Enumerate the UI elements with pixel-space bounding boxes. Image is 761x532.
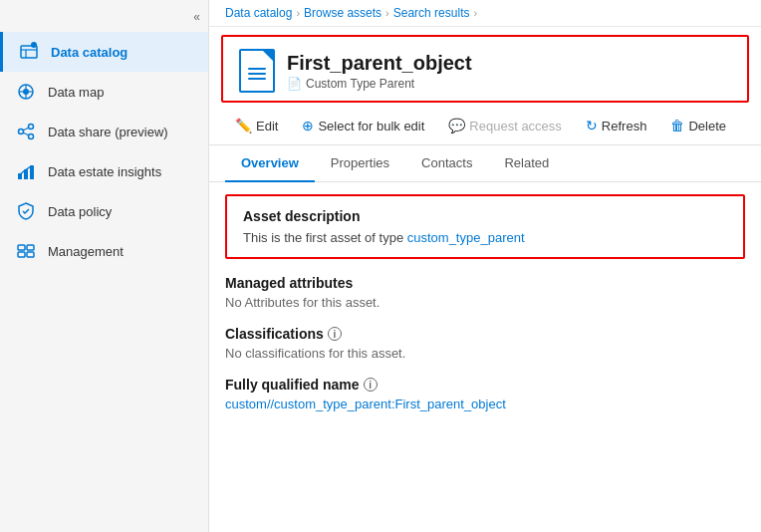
request-icon: 💬 [448, 118, 465, 133]
sidebar-item-management[interactable]: Management [0, 231, 208, 271]
refresh-icon: ↻ [586, 118, 598, 133]
svg-point-3 [31, 42, 37, 48]
tab-contacts[interactable]: Contacts [405, 145, 488, 182]
select-icon: ⊕ [302, 118, 314, 133]
fqn-title: Fully qualified name i [225, 377, 745, 393]
classifications-title: Classifications i [225, 326, 745, 342]
svg-line-13 [23, 128, 28, 131]
policy-icon [16, 201, 36, 221]
classifications-info-icon[interactable]: i [328, 327, 342, 341]
content-area: Asset description This is the first asse… [209, 182, 761, 532]
file-line-1 [248, 68, 266, 70]
edit-button[interactable]: ✏️ Edit [225, 113, 288, 138]
fqn-info-icon[interactable]: i [364, 378, 378, 392]
asset-name: First_parent_object [287, 52, 472, 75]
refresh-button[interactable]: ↻ Refresh [576, 113, 657, 138]
classifications-empty: No classifications for this asset. [225, 346, 745, 361]
asset-description-box: Asset description This is the first asse… [225, 194, 745, 259]
sidebar-item-label: Management [48, 244, 124, 259]
svg-rect-18 [18, 245, 25, 250]
breadcrumb: Data catalog › Browse assets › Search re… [209, 0, 761, 27]
sidebar-item-data-map[interactable]: Data map [0, 72, 208, 112]
sidebar-collapse-button[interactable]: « [0, 8, 208, 32]
managed-attributes-section: Managed attributes No Attributes for thi… [225, 275, 745, 310]
delete-icon: 🗑 [670, 118, 684, 133]
edit-label: Edit [256, 119, 278, 133]
sidebar-item-data-catalog[interactable]: Data catalog [0, 32, 208, 72]
svg-rect-19 [27, 245, 34, 250]
sidebar-item-data-policy[interactable]: Data policy [0, 191, 208, 231]
managed-attributes-title: Managed attributes [225, 275, 745, 291]
svg-point-11 [19, 130, 24, 134]
management-icon [16, 241, 36, 261]
sidebar-item-label: Data map [48, 85, 104, 100]
request-label: Request access [469, 119, 562, 133]
estate-icon [16, 161, 36, 181]
sidebar: « Data catalog Data map [0, 0, 209, 532]
file-line-3 [248, 78, 266, 80]
asset-file-icon [239, 49, 275, 93]
classifications-section: Classifications i No classifications for… [225, 326, 745, 361]
sidebar-item-label: Data share (preview) [48, 125, 168, 139]
svg-rect-21 [27, 252, 34, 257]
main-content: Data catalog › Browse assets › Search re… [209, 0, 761, 532]
description-link[interactable]: custom_type_parent [407, 230, 525, 245]
asset-type-icon: 📄 [287, 77, 302, 91]
tab-related[interactable]: Related [488, 145, 565, 182]
sidebar-item-label: Data estate insights [48, 164, 161, 179]
edit-icon: ✏️ [235, 118, 252, 133]
select-label: Select for bulk edit [318, 119, 424, 133]
breadcrumb-search-results[interactable]: Search results [393, 6, 470, 20]
breadcrumb-data-catalog[interactable]: Data catalog [225, 6, 292, 20]
svg-line-14 [23, 133, 28, 135]
tab-properties[interactable]: Properties [315, 145, 405, 182]
asset-type: 📄 Custom Type Parent [287, 77, 472, 91]
asset-description-title: Asset description [243, 208, 727, 224]
asset-title-block: First_parent_object 📄 Custom Type Parent [287, 52, 472, 91]
tab-overview[interactable]: Overview [225, 145, 315, 182]
sidebar-item-data-estate[interactable]: Data estate insights [0, 151, 208, 191]
breadcrumb-sep-1: › [296, 7, 300, 19]
delete-label: Delete [688, 119, 726, 133]
sidebar-item-label: Data catalog [51, 45, 127, 60]
svg-rect-20 [18, 252, 25, 257]
asset-header: First_parent_object 📄 Custom Type Parent [221, 35, 749, 103]
refresh-label: Refresh [602, 119, 647, 133]
toolbar: ✏️ Edit ⊕ Select for bulk edit 💬 Request… [209, 107, 761, 145]
sidebar-item-data-share[interactable]: Data share (preview) [0, 112, 208, 151]
request-access-button[interactable]: 💬 Request access [438, 113, 572, 138]
breadcrumb-browse-assets[interactable]: Browse assets [304, 6, 381, 20]
map-icon [16, 82, 36, 102]
select-bulk-button[interactable]: ⊕ Select for bulk edit [292, 113, 434, 138]
asset-type-label: Custom Type Parent [306, 77, 414, 91]
delete-button[interactable]: 🗑 Delete [660, 113, 736, 138]
asset-description-text: This is the first asset of type custom_t… [243, 230, 727, 245]
tabs: Overview Properties Contacts Related [209, 145, 761, 182]
file-line-2 [248, 73, 266, 75]
fqn-value: custom//custom_type_parent:First_parent_… [225, 397, 745, 411]
fqn-section: Fully qualified name i custom//custom_ty… [225, 377, 745, 411]
managed-attributes-empty: No Attributes for this asset. [225, 295, 745, 310]
breadcrumb-sep-2: › [385, 7, 389, 19]
catalog-icon [19, 42, 39, 62]
breadcrumb-sep-3: › [473, 7, 477, 19]
svg-point-12 [29, 134, 34, 139]
file-lines [248, 68, 266, 80]
share-icon [16, 122, 36, 141]
svg-point-10 [29, 125, 34, 130]
description-text-prefix: This is the first asset of type [243, 230, 407, 245]
sidebar-item-label: Data policy [48, 204, 112, 219]
svg-point-5 [23, 89, 29, 95]
